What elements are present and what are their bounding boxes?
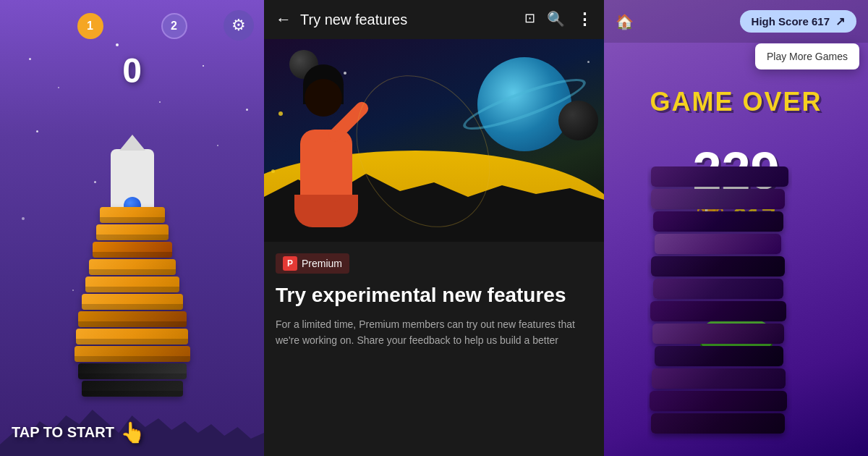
article-headline: Try experimental new features [276, 282, 592, 308]
right-tower-block [651, 413, 785, 434]
hand-icon: 👆 [120, 421, 145, 444]
tower-block [82, 294, 183, 310]
tower-block [85, 276, 179, 292]
right-tower [647, 166, 792, 456]
hero-image [264, 39, 604, 242]
right-tower-block [655, 346, 783, 366]
right-tower-block [650, 301, 786, 321]
article-header: ← Try new features ⊡ 🔍 ⋮ [264, 0, 604, 39]
right-tower-block [653, 211, 783, 232]
tower [75, 149, 190, 398]
premium-badge: P Premium [276, 253, 349, 274]
premium-label: Premium [302, 258, 342, 269]
score-badge-2: 2 [161, 13, 187, 39]
tower-block [76, 329, 188, 345]
high-score-display: High Score 617 ↗ [740, 10, 856, 33]
game-panel-left: 1 2 ⚙ 0 TAP TO START 👆 [0, 0, 264, 456]
person-figure [300, 130, 352, 209]
cast-icon[interactable]: ⊡ [524, 10, 535, 29]
tower-block [100, 207, 165, 223]
right-tower-block [651, 256, 785, 276]
game-over-label: GAME OVER [650, 87, 822, 117]
tap-label: TAP TO START [12, 424, 114, 441]
article-body-text: For a limited time, Premium members can … [276, 316, 592, 349]
right-tower-block [653, 279, 783, 299]
right-tower-block [651, 166, 788, 187]
tower-top [111, 149, 154, 207]
game-over-header: 🏠 High Score 617 ↗ [604, 0, 868, 43]
tower-block [93, 242, 172, 258]
tower-block-dark [78, 363, 187, 379]
home-button[interactable]: 🏠 [616, 13, 634, 30]
more-options-icon[interactable]: ⋮ [576, 10, 592, 29]
article-panel: ← Try new features ⊡ 🔍 ⋮ [264, 0, 604, 456]
tower-blocks [75, 207, 190, 398]
article-content: P Premium Try experimental new features … [264, 242, 604, 456]
tower-block-dark [82, 381, 183, 397]
right-tower-block [652, 324, 784, 344]
right-tower-block [651, 189, 785, 209]
tower-block [75, 346, 190, 362]
score-badge-1: 1 [77, 13, 103, 39]
tower-block [96, 224, 169, 240]
play-more-popup[interactable]: Play More Games [755, 43, 859, 69]
article-title-header: Try new features [300, 12, 516, 28]
right-tower-block [655, 234, 781, 254]
search-icon[interactable]: 🔍 [547, 10, 565, 29]
tower-block [89, 259, 176, 275]
high-score-label: High Score 617 [752, 15, 830, 28]
right-tower-block [650, 391, 787, 411]
header-actions: ⊡ 🔍 ⋮ [524, 10, 592, 29]
premium-icon: P [283, 256, 297, 271]
tap-to-start[interactable]: TAP TO START 👆 [12, 421, 145, 444]
gear-button[interactable]: ⚙ [224, 10, 254, 41]
planet-large [477, 57, 571, 151]
share-icon[interactable]: ↗ [835, 14, 845, 28]
current-score: 0 [122, 51, 142, 90]
right-tower-block [652, 368, 786, 389]
back-button[interactable]: ← [276, 10, 292, 29]
planet-small-2 [558, 101, 598, 140]
game-over-panel: 🏠 High Score 617 ↗ Play More Games GAME … [604, 0, 868, 456]
tower-block [78, 311, 187, 327]
